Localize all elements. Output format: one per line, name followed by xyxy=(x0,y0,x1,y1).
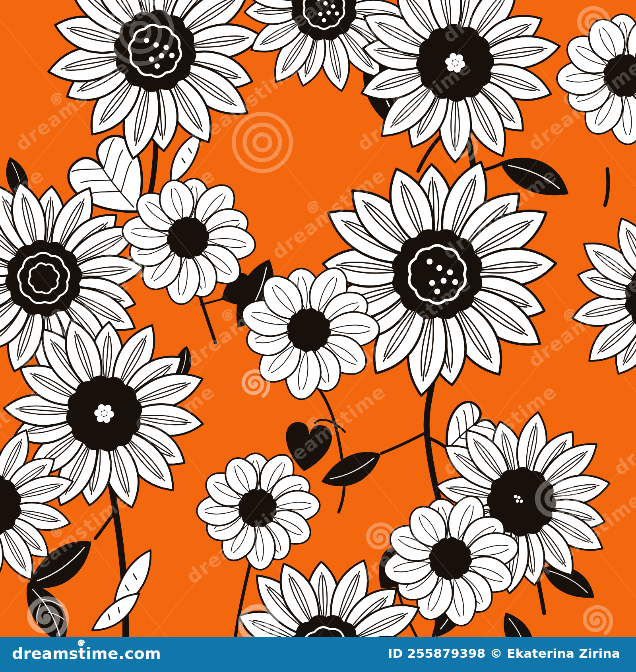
stem xyxy=(605,169,608,205)
stock-image-page: { "footer": { "site": "dreamstime.com", … xyxy=(0,0,636,672)
stem xyxy=(382,431,428,453)
watermark-spiral xyxy=(585,607,611,633)
svg-text:dreamstime: dreamstime xyxy=(609,163,636,263)
watermark-rings xyxy=(234,114,291,171)
image-credit-text: ID 255879398 © Ekaterina Zirina xyxy=(388,646,620,660)
dreamstime-logo-text: dreamstime.com xyxy=(12,645,161,662)
leaf-ink-pointed xyxy=(496,606,543,637)
svg-text:dreamstime: dreamstime xyxy=(609,380,636,480)
dreamstime-spiral-icon xyxy=(77,639,85,648)
sunflower-pattern-illustration: dreamstimedreamstimedreamstimedreamstime… xyxy=(0,0,636,637)
floral-pattern-artwork: dreamstimedreamstimedreamstimedreamstime… xyxy=(0,0,636,637)
dreamstime-logo: dreamstime.com xyxy=(12,645,161,662)
watermark-text: dreamstime xyxy=(604,373,636,480)
svg-text:dreamstime: dreamstime xyxy=(0,0,48,47)
watermark-footer-bar: dreamstime.com ID 255879398 © Ekaterina … xyxy=(0,637,636,672)
watermark-spiral xyxy=(243,371,268,396)
watermark-text: dreamstime xyxy=(0,0,48,47)
